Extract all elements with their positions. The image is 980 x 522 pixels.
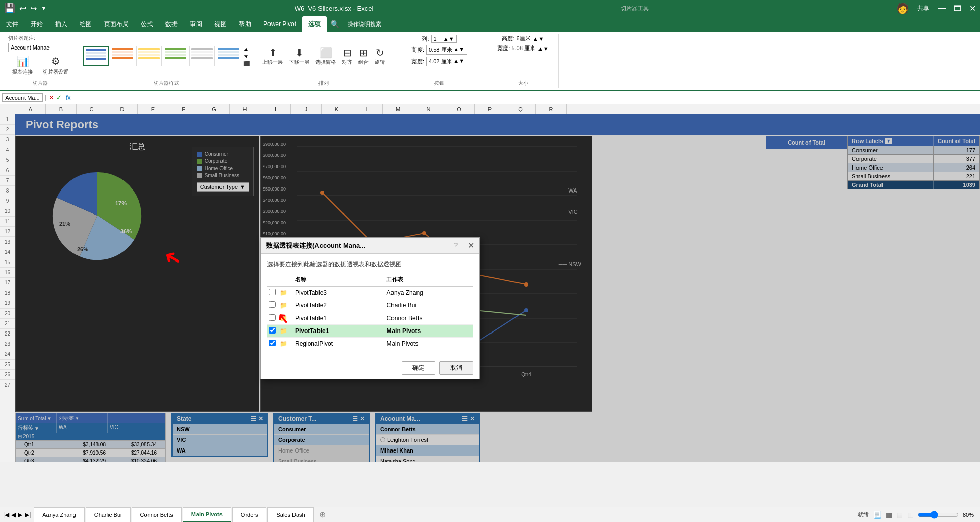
tab-orders[interactable]: Orders	[232, 507, 267, 522]
col-I[interactable]: I	[260, 104, 291, 114]
col-J[interactable]: J	[291, 104, 322, 114]
style-btn-3[interactable]	[136, 46, 162, 66]
modal-confirm-btn[interactable]: 确定	[402, 361, 435, 375]
tab-aanya[interactable]: Aanya Zhang	[34, 507, 84, 522]
height-spinbox[interactable]: 0.58 厘米 ▲▼	[426, 45, 467, 55]
view-normal-icon[interactable]: ▦	[886, 511, 892, 519]
modal-cancel-btn[interactable]: 取消	[439, 361, 473, 375]
tab-view[interactable]: 视图	[208, 16, 233, 32]
tab-help[interactable]: 帮助	[233, 16, 257, 32]
modal-close-btn[interactable]: ✕	[468, 241, 474, 250]
selection-pane-btn[interactable]: ⬜ 选择窗格	[313, 45, 338, 67]
col-K[interactable]: K	[322, 104, 352, 114]
rotate-btn[interactable]: ↻ 旋转	[373, 45, 387, 67]
col-Q[interactable]: Q	[505, 104, 536, 114]
modal-row-5: 📁 RegionalPivot Main Pivots	[267, 338, 473, 350]
modal-checkbox-1[interactable]	[269, 289, 276, 295]
col-P[interactable]: P	[475, 104, 505, 114]
tab-options[interactable]: 选项	[302, 16, 327, 32]
modal-check-1[interactable]	[267, 286, 278, 299]
col-L[interactable]: L	[352, 104, 383, 114]
tab-mainpivots[interactable]: Main Pivots	[183, 507, 231, 522]
width-spinbox[interactable]: 4.02 厘米 ▲▼	[426, 57, 467, 66]
tab-nav-first[interactable]: |◀	[2, 511, 10, 518]
style-scroll[interactable]: ▲ ▼ ⬛	[242, 46, 250, 66]
tab-draw[interactable]: 绘图	[74, 16, 98, 32]
tab-connor[interactable]: Connor Betts	[132, 507, 182, 522]
modal-checkbox-3[interactable]	[269, 314, 276, 321]
formula-input[interactable]	[75, 94, 978, 101]
zoom-slider[interactable]	[918, 511, 959, 519]
slicer-group-content: 切片器题注: Account Manac 📊 报表连接 ⚙ 切片器设置	[8, 35, 72, 78]
col-G[interactable]: G	[199, 104, 230, 114]
cancel-icon[interactable]: ✕	[48, 93, 54, 101]
style-btn-4[interactable]	[163, 46, 188, 66]
modal-checkbox-5[interactable]	[269, 340, 276, 346]
col-R[interactable]: R	[536, 104, 567, 114]
view-page-icon[interactable]: ▥	[907, 511, 914, 519]
function-icon[interactable]: fx	[64, 94, 72, 101]
style-btn-2[interactable]	[110, 46, 135, 66]
row-17: 17	[0, 278, 15, 288]
close-btn[interactable]: ✕	[969, 4, 976, 13]
view-layout-icon[interactable]: ▤	[896, 511, 903, 519]
tab-file[interactable]: 文件	[0, 16, 24, 32]
col-M[interactable]: M	[383, 104, 413, 114]
tab-salesdash[interactable]: Sales Dash	[267, 507, 313, 522]
tab-home[interactable]: 开始	[24, 16, 49, 32]
slicer-settings-btn[interactable]: ⚙ 切片器设置	[39, 53, 72, 78]
modal-check-3[interactable]	[267, 312, 278, 325]
col-F[interactable]: F	[168, 104, 199, 114]
tab-nav-next[interactable]: ▶	[17, 511, 23, 518]
col-A[interactable]: A	[15, 104, 46, 114]
move-down-btn[interactable]: ⬇ 下移一层	[287, 45, 311, 67]
col-C[interactable]: C	[77, 104, 107, 114]
search-icon[interactable]: 🔍	[327, 20, 344, 28]
minimize-btn[interactable]: —	[938, 4, 946, 13]
undo-btn[interactable]: ↩	[19, 4, 26, 13]
customize-btn[interactable]: ▼	[41, 5, 47, 12]
row-3: 3	[0, 135, 15, 145]
redo-btn[interactable]: ↪	[30, 4, 37, 13]
tab-review[interactable]: 审阅	[184, 16, 208, 32]
modal-check-5[interactable]	[267, 338, 278, 350]
tab-formula[interactable]: 公式	[135, 16, 159, 32]
size-width-arrows[interactable]: ▲▼	[537, 45, 549, 52]
restore-btn[interactable]: 🗖	[954, 4, 961, 12]
share-btn[interactable]: 共享	[917, 4, 929, 13]
tab-data[interactable]: 数据	[159, 16, 184, 32]
style-btn-6[interactable]	[216, 46, 241, 66]
column-spinbox[interactable]: 1 ▲▼	[431, 35, 457, 43]
modal-overlay	[15, 114, 980, 462]
col-O[interactable]: O	[444, 104, 475, 114]
modal-checkbox-4[interactable]	[269, 327, 276, 334]
confirm-icon[interactable]: ✓	[56, 93, 62, 101]
group-btn[interactable]: ⊞ 组合	[356, 45, 371, 67]
tab-insert[interactable]: 插入	[49, 16, 74, 32]
slicer-name-input[interactable]: Account Manac	[8, 43, 59, 52]
tab-charlie[interactable]: Charlie Bui	[86, 507, 131, 522]
tab-nav-last[interactable]: ▶|	[23, 511, 32, 518]
tab-nav-arrows[interactable]: |◀ ◀ ▶ ▶|	[0, 511, 34, 518]
tab-layout[interactable]: 页面布局	[98, 16, 135, 32]
name-box[interactable]: Account Ma...	[2, 93, 43, 102]
col-N[interactable]: N	[413, 104, 444, 114]
tab-add-btn[interactable]: ⊕	[315, 510, 330, 519]
modal-check-4[interactable]	[267, 325, 278, 338]
modal-help-btn[interactable]: ?	[451, 241, 461, 250]
col-E[interactable]: E	[138, 104, 168, 114]
col-D[interactable]: D	[107, 104, 138, 114]
style-btn-1[interactable]	[83, 46, 109, 66]
col-H[interactable]: H	[230, 104, 260, 114]
search-box[interactable]: 操作说明搜索	[344, 20, 385, 28]
size-height-arrows[interactable]: ▲▼	[533, 36, 544, 42]
col-B[interactable]: B	[46, 104, 77, 114]
style-btn-5[interactable]	[189, 46, 215, 66]
move-up-btn[interactable]: ⬆ 上移一层	[260, 45, 285, 67]
modal-checkbox-2[interactable]	[269, 301, 276, 308]
tab-nav-prev[interactable]: ◀	[10, 511, 17, 518]
tab-powerpivot[interactable]: Power Pivot	[257, 16, 302, 32]
modal-check-2[interactable]	[267, 299, 278, 312]
align-btn[interactable]: ⊟ 对齐	[340, 45, 354, 67]
report-connect-btn[interactable]: 📊 报表连接	[8, 53, 37, 78]
